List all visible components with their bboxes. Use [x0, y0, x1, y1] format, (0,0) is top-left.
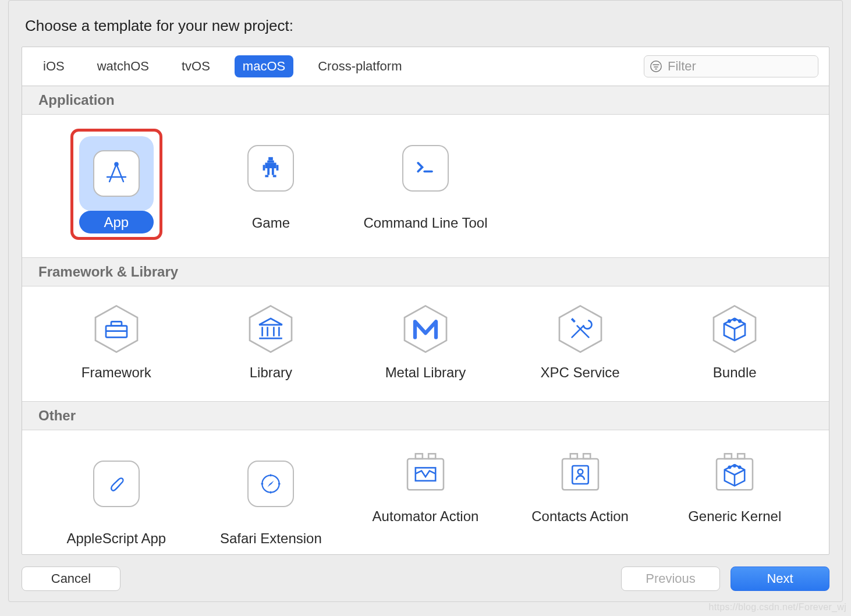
- template-label: Library: [250, 363, 292, 381]
- library-building-icon: [244, 303, 297, 355]
- svg-point-48: [577, 469, 583, 475]
- template-label: Command Line Tool: [363, 214, 487, 232]
- template-icon-bg: [79, 136, 154, 211]
- svg-marker-19: [250, 306, 292, 352]
- cancel-button[interactable]: Cancel: [22, 567, 120, 591]
- platform-tabs: iOS watchOS tvOS macOS Cross-platform: [35, 55, 410, 77]
- svg-rect-17: [111, 322, 122, 326]
- svg-rect-41: [416, 454, 423, 459]
- dialog-title: Choose a template for your new project:: [25, 17, 829, 35]
- template-item-applescript-app[interactable]: AppleScript App: [42, 442, 191, 547]
- kernel-cube-icon: [708, 447, 761, 499]
- svg-rect-46: [583, 454, 590, 459]
- filter-input[interactable]: [644, 55, 818, 77]
- template-item-automator-action[interactable]: Automator Action: [351, 442, 500, 547]
- template-item-command-line-tool[interactable]: Command Line Tool: [351, 126, 500, 238]
- section-header-framework-library: Framework & Library: [22, 257, 829, 286]
- previous-button[interactable]: Previous: [621, 567, 720, 591]
- svg-point-4: [115, 162, 118, 165]
- template-label: Bundle: [713, 363, 757, 381]
- template-label: AppleScript App: [66, 529, 166, 547]
- svg-point-0: [651, 61, 661, 72]
- template-item-bundle[interactable]: Bundle: [660, 298, 809, 381]
- template-label: Generic Kernel: [688, 507, 781, 525]
- template-label: XPC Service: [541, 363, 620, 381]
- template-item-xpc-service[interactable]: XPC Service: [506, 298, 655, 381]
- safari-compass-icon: [247, 461, 294, 507]
- template-label: Safari Extension: [220, 529, 322, 547]
- dialog-footer: Cancel Previous Next: [22, 555, 829, 591]
- watermark-text: https://blog.csdn.net/Forever_wj: [709, 602, 846, 613]
- svg-point-56: [739, 466, 740, 468]
- template-item-metal-library[interactable]: Metal Library: [351, 298, 500, 381]
- svg-point-33: [739, 320, 741, 323]
- svg-marker-35: [268, 481, 274, 487]
- section-grid-other: AppleScript App: [22, 430, 829, 547]
- platform-tab-bar: iOS watchOS tvOS macOS Cross-platform: [22, 47, 829, 86]
- svg-point-54: [729, 466, 731, 468]
- game-sprite-icon: [247, 145, 294, 192]
- svg-rect-51: [737, 454, 744, 459]
- section-header-other: Other: [22, 401, 829, 430]
- section-grid-application: App: [22, 115, 829, 257]
- annotation-highlight: App: [70, 129, 162, 240]
- template-item-contacts-action[interactable]: Contacts Action: [506, 442, 655, 547]
- svg-rect-10: [268, 168, 270, 175]
- svg-marker-26: [405, 306, 446, 352]
- tab-tvos[interactable]: tvOS: [173, 55, 218, 77]
- svg-point-31: [728, 320, 731, 323]
- svg-rect-13: [273, 175, 276, 178]
- terminal-icon: [402, 145, 449, 192]
- template-label: Game: [252, 214, 290, 232]
- filter-field-wrap: [644, 55, 818, 77]
- svg-rect-12: [265, 175, 269, 178]
- tab-macos[interactable]: macOS: [235, 55, 293, 77]
- template-icon-bg: [79, 447, 154, 521]
- filter-icon: [650, 60, 662, 73]
- template-sheet: iOS watchOS tvOS macOS Cross-platform: [22, 47, 829, 555]
- template-label: App: [79, 211, 154, 233]
- tab-ios[interactable]: iOS: [35, 55, 73, 77]
- tab-watchos[interactable]: watchOS: [89, 55, 157, 77]
- template-item-app[interactable]: App: [42, 126, 191, 238]
- template-icon-bg: [233, 131, 308, 206]
- cube-icon: [708, 303, 761, 355]
- svg-rect-5: [269, 157, 274, 161]
- svg-point-55: [733, 465, 735, 467]
- template-item-game[interactable]: Game: [197, 126, 346, 238]
- svg-rect-8: [263, 165, 265, 171]
- svg-marker-20: [260, 318, 283, 325]
- automator-action-icon: [399, 447, 452, 499]
- template-label: Metal Library: [385, 363, 466, 381]
- template-scroll-area[interactable]: Application: [22, 86, 829, 554]
- svg-marker-15: [95, 306, 137, 352]
- svg-point-32: [733, 318, 736, 321]
- svg-rect-43: [416, 468, 435, 481]
- template-item-generic-kernel[interactable]: Generic Kernel: [660, 442, 809, 547]
- contacts-action-icon: [554, 447, 607, 499]
- section-grid-framework-library: Framework: [22, 286, 829, 401]
- new-project-dialog: Choose a template for your new project: …: [8, 0, 843, 602]
- script-icon: [93, 461, 140, 507]
- svg-rect-11: [272, 168, 274, 175]
- section-header-application: Application: [22, 86, 829, 115]
- svg-rect-40: [407, 459, 444, 490]
- svg-rect-7: [265, 162, 276, 168]
- metal-m-icon: [399, 303, 452, 355]
- template-item-framework[interactable]: Framework: [42, 298, 191, 381]
- svg-rect-42: [428, 454, 435, 459]
- next-button[interactable]: Next: [731, 567, 829, 591]
- template-item-library[interactable]: Library: [197, 298, 346, 381]
- template-label: Framework: [81, 363, 151, 381]
- svg-rect-9: [276, 165, 279, 171]
- tab-cross-platform[interactable]: Cross-platform: [310, 55, 410, 77]
- tools-icon: [554, 303, 607, 355]
- template-item-safari-extension[interactable]: Safari Extension: [197, 442, 346, 547]
- svg-rect-50: [725, 454, 732, 459]
- template-label: Contacts Action: [531, 507, 629, 525]
- svg-rect-6: [268, 161, 275, 163]
- template-icon-bg: [388, 131, 463, 206]
- svg-rect-45: [570, 454, 577, 459]
- template-label: Automator Action: [373, 507, 479, 525]
- template-icon-bg: [233, 447, 308, 521]
